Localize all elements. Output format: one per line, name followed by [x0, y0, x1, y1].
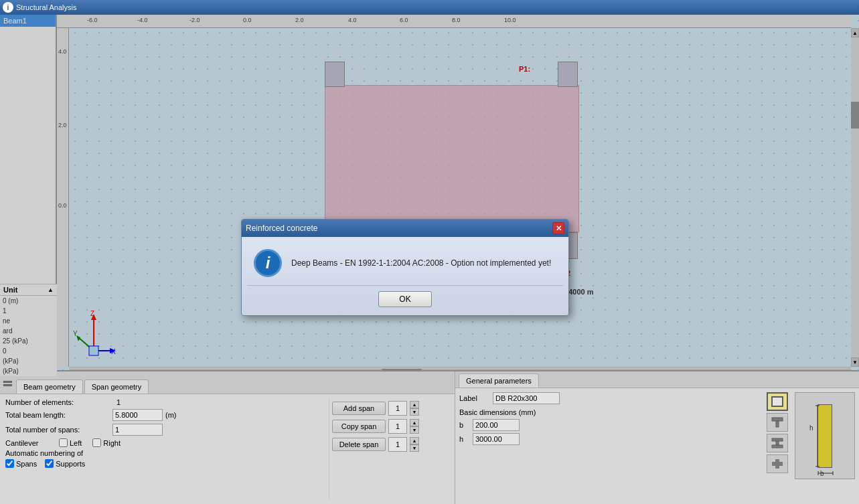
- modal-ok-button[interactable]: OK: [378, 291, 431, 307]
- modal-dialog: Reinforced concrete ✕ i Deep Beams - EN …: [241, 219, 569, 316]
- app-title: Structural Analysis: [16, 3, 76, 11]
- modal-title-bar: Reinforced concrete ✕: [242, 220, 568, 237]
- modal-footer: OK: [242, 286, 568, 315]
- title-bar: i Structural Analysis: [0, 0, 859, 15]
- modal-title: Reinforced concrete: [246, 224, 317, 233]
- modal-overlay: Reinforced concrete ✕ i Deep Beams - EN …: [0, 15, 859, 504]
- modal-close-button[interactable]: ✕: [552, 222, 564, 234]
- modal-info-icon: i: [254, 249, 282, 277]
- modal-message: Deep Beams - EN 1992-1-1:2004 AC:2008 - …: [291, 258, 556, 268]
- modal-body: i Deep Beams - EN 1992-1-1:2004 AC:2008 …: [242, 237, 568, 285]
- app-icon: i: [3, 2, 13, 13]
